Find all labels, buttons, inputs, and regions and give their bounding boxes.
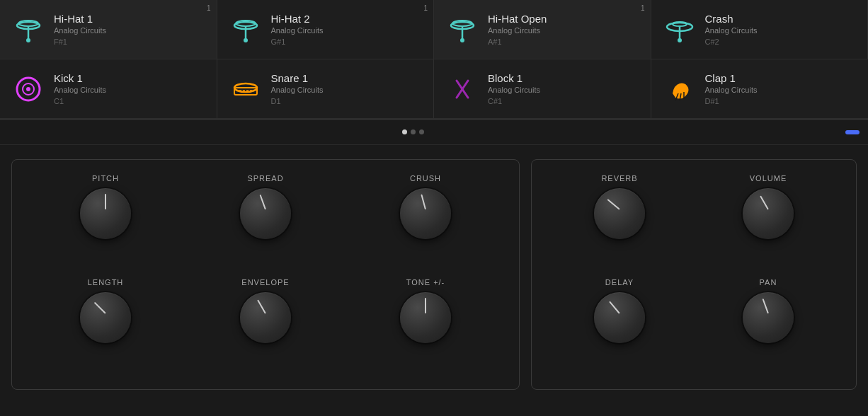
right-knob-panel: REVERB VOLUME DELAY PAN — [531, 159, 857, 390]
pad-number: 1 — [423, 4, 428, 12]
pad-name: Snare 1 — [271, 72, 324, 84]
pad-number: 1 — [641, 4, 645, 12]
knob-label-length: LENGTH — [88, 278, 124, 287]
knob-group-spread: SPREAD — [189, 174, 342, 271]
pad-preset: Analog Circuits — [488, 26, 547, 35]
page-dots — [402, 129, 424, 134]
pad-preset: Analog Circuits — [54, 86, 106, 94]
left-knob-panel: PITCH SPREAD CRUSH LENGTH — [11, 159, 520, 390]
knob-label-tone: TONE +/- — [406, 278, 445, 287]
svg-point-7 — [244, 38, 248, 42]
pad-note: C#1 — [488, 97, 540, 105]
knob-spread[interactable] — [240, 188, 291, 239]
knob-group-reverb: REVERB — [549, 174, 690, 271]
knob-crush[interactable] — [400, 188, 451, 239]
pad-clap1[interactable]: Clap 1 Analog Circuits D#1 — [651, 59, 869, 119]
knob-label-volume: VOLUME — [750, 174, 787, 183]
knob-tone[interactable] — [400, 292, 451, 343]
pad-name: Crash — [705, 13, 758, 25]
pad-preset: Analog Circuits — [271, 86, 324, 94]
pad-hihat1[interactable]: 1 Hi-Hat 1 Analog Circuits F#1 — [0, 0, 217, 59]
pad-note: A#1 — [488, 37, 547, 46]
pad-icon-crash — [663, 13, 697, 47]
pad-note: D#1 — [705, 97, 758, 105]
knob-delay[interactable] — [594, 292, 645, 343]
pad-note: C1 — [54, 97, 106, 105]
knob-reverb[interactable] — [594, 188, 645, 239]
knob-label-reverb: REVERB — [601, 174, 637, 183]
knob-group-pitch: PITCH — [29, 174, 182, 271]
pad-preset: Analog Circuits — [488, 86, 540, 94]
pad-kick1[interactable]: Kick 1 Analog Circuits C1 — [0, 59, 217, 119]
pad-info: Hi-Hat Open Analog Circuits A#1 — [488, 13, 547, 46]
dot-3[interactable] — [419, 129, 424, 134]
knob-label-crush: CRUSH — [410, 174, 441, 183]
knob-group-volume: VOLUME — [697, 174, 839, 271]
pad-note: C#2 — [705, 37, 758, 46]
knob-volume[interactable] — [743, 188, 794, 239]
pad-name: Block 1 — [488, 72, 540, 84]
pad-info: Kick 1 Analog Circuits C1 — [54, 72, 106, 105]
pad-info: Snare 1 Analog Circuits D1 — [271, 72, 324, 105]
pad-icon-clap — [663, 72, 697, 106]
pad-note: G#1 — [271, 37, 324, 46]
pad-icon-hihat — [229, 13, 263, 47]
knob-group-crush: CRUSH — [349, 174, 502, 271]
knob-envelope[interactable] — [240, 292, 291, 343]
knob-pitch[interactable] — [80, 188, 131, 239]
pad-crash[interactable]: Crash Analog Circuits C#2 — [651, 0, 869, 59]
pad-info: Clap 1 Analog Circuits D#1 — [705, 72, 758, 105]
knob-label-pan: PAN — [760, 278, 777, 287]
knob-label-spread: SPREAD — [247, 174, 283, 183]
pad-control-button[interactable] — [845, 130, 860, 134]
sampler-detail-button[interactable] — [831, 130, 840, 134]
dot-1[interactable] — [402, 129, 407, 134]
knob-group-envelope: ENVELOPE — [189, 278, 342, 375]
pad-number: 1 — [207, 4, 211, 12]
pad-name: Clap 1 — [705, 72, 758, 84]
svg-point-13 — [673, 22, 687, 26]
knob-pan[interactable] — [743, 292, 794, 343]
pad-grid: 1 Hi-Hat 1 Analog Circuits F#1 1 — [0, 0, 868, 120]
knob-label-delay: DELAY — [605, 278, 634, 287]
knob-length[interactable] — [80, 292, 131, 343]
pad-info: Crash Analog Circuits C#2 — [705, 13, 758, 46]
sampler-main-button[interactable] — [817, 130, 826, 134]
svg-point-11 — [460, 38, 464, 42]
pad-note: D1 — [271, 97, 324, 105]
pad-preset: Analog Circuits — [705, 86, 758, 94]
pad-note: F#1 — [54, 37, 106, 46]
svg-point-18 — [26, 87, 30, 91]
pad-icon-snare — [229, 72, 263, 106]
pad-hihat-open[interactable]: 1 Hi-Hat Open Analog Circuits A#1 — [434, 0, 651, 59]
pad-info: Block 1 Analog Circuits C#1 — [488, 72, 540, 105]
pad-block1[interactable]: Block 1 Analog Circuits C#1 — [434, 59, 651, 119]
dot-2[interactable] — [411, 129, 416, 134]
pad-name: Hi-Hat 1 — [54, 13, 106, 25]
knob-group-length: LENGTH — [29, 278, 182, 375]
pad-name: Hi-Hat Open — [488, 13, 547, 25]
knob-group-tone: TONE +/- — [349, 278, 502, 375]
pad-hihat2[interactable]: 1 Hi-Hat 2 Analog Circuits G#1 — [217, 0, 435, 59]
pad-preset: Analog Circuits — [705, 26, 758, 35]
bottom-panel: PITCH SPREAD CRUSH LENGTH — [0, 145, 868, 404]
pad-preset: Analog Circuits — [54, 26, 106, 35]
toolbar — [0, 120, 868, 145]
pad-icon-hihat — [445, 13, 479, 47]
svg-point-15 — [678, 38, 682, 42]
pad-icon-hihat — [11, 13, 45, 47]
pad-snare1[interactable]: Snare 1 Analog Circuits D1 — [217, 59, 435, 119]
knob-group-pan: PAN — [697, 278, 839, 375]
pad-info: Hi-Hat 2 Analog Circuits G#1 — [271, 13, 324, 46]
pad-name: Kick 1 — [54, 72, 106, 84]
pad-icon-kick — [11, 72, 45, 106]
pad-icon-block — [445, 72, 479, 106]
svg-point-3 — [26, 38, 30, 42]
pad-name: Hi-Hat 2 — [271, 13, 324, 25]
knob-group-delay: DELAY — [549, 278, 690, 375]
pad-preset: Analog Circuits — [271, 26, 324, 35]
knob-label-pitch: PITCH — [92, 174, 119, 183]
pad-info: Hi-Hat 1 Analog Circuits F#1 — [54, 13, 106, 46]
knob-label-envelope: ENVELOPE — [241, 278, 289, 287]
